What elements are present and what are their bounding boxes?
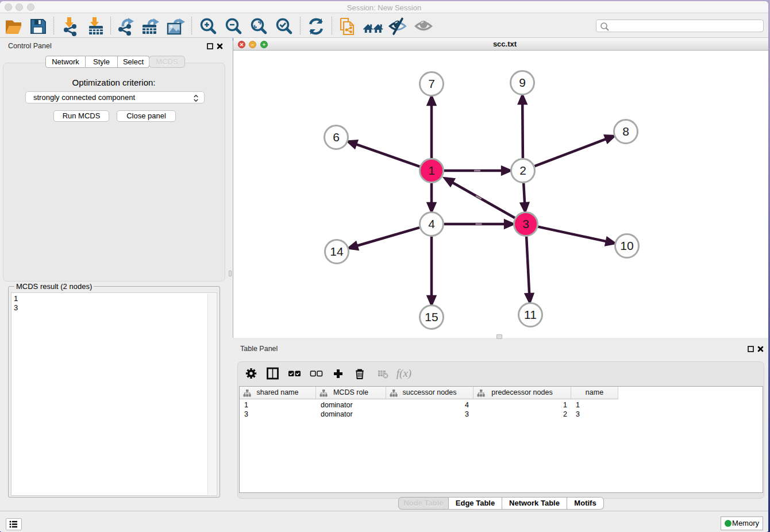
svg-text:8: 8 xyxy=(622,125,629,138)
svg-text:14: 14 xyxy=(330,245,344,258)
svg-text:10: 10 xyxy=(620,239,633,252)
svg-text:2: 2 xyxy=(519,164,526,177)
svg-text:11: 11 xyxy=(524,308,537,321)
svg-text:1: 1 xyxy=(428,164,435,177)
svg-text:4: 4 xyxy=(428,217,435,230)
svg-text:3: 3 xyxy=(522,217,529,230)
svg-text:7: 7 xyxy=(428,77,435,90)
svg-text:15: 15 xyxy=(425,310,438,323)
svg-text:6: 6 xyxy=(333,130,340,144)
svg-text:9: 9 xyxy=(519,76,526,89)
svg-text:f(x): f(x) xyxy=(396,367,411,380)
